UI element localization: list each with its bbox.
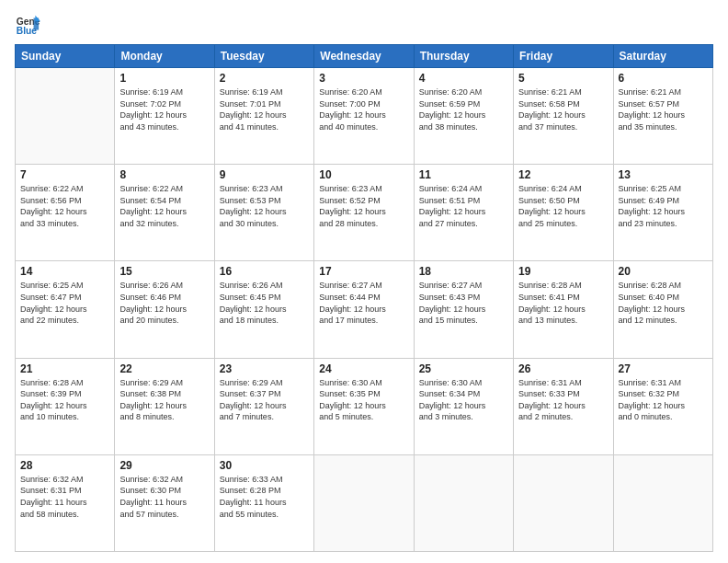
weekday-header: Thursday <box>414 45 513 68</box>
day-number: 2 <box>220 72 309 85</box>
day-number: 16 <box>220 265 309 278</box>
cell-sun-info: Sunrise: 6:29 AM Sunset: 6:37 PM Dayligh… <box>220 377 309 423</box>
calendar-cell: 4Sunrise: 6:20 AM Sunset: 6:59 PM Daylig… <box>414 68 513 165</box>
calendar-cell <box>314 454 414 551</box>
cell-sun-info: Sunrise: 6:19 AM Sunset: 7:02 PM Dayligh… <box>119 86 209 132</box>
calendar-week-row: 21Sunrise: 6:28 AM Sunset: 6:39 PM Dayli… <box>16 358 713 454</box>
day-number: 27 <box>619 362 708 375</box>
cell-sun-info: Sunrise: 6:23 AM Sunset: 6:53 PM Dayligh… <box>220 183 309 229</box>
calendar-cell: 2Sunrise: 6:19 AM Sunset: 7:01 PM Daylig… <box>214 68 313 165</box>
calendar-cell: 14Sunrise: 6:25 AM Sunset: 6:47 PM Dayli… <box>16 261 115 358</box>
day-number: 10 <box>319 168 408 181</box>
calendar-cell: 1Sunrise: 6:19 AM Sunset: 7:02 PM Daylig… <box>115 68 214 165</box>
cell-sun-info: Sunrise: 6:32 AM Sunset: 6:31 PM Dayligh… <box>20 474 109 520</box>
day-number: 8 <box>119 168 209 181</box>
calendar-cell: 22Sunrise: 6:29 AM Sunset: 6:38 PM Dayli… <box>115 358 214 454</box>
weekday-header: Friday <box>514 45 613 68</box>
cell-sun-info: Sunrise: 6:20 AM Sunset: 7:00 PM Dayligh… <box>319 86 408 132</box>
day-number: 24 <box>319 362 408 375</box>
cell-sun-info: Sunrise: 6:26 AM Sunset: 6:46 PM Dayligh… <box>119 280 209 326</box>
day-number: 11 <box>419 168 508 181</box>
calendar-cell: 9Sunrise: 6:23 AM Sunset: 6:53 PM Daylig… <box>214 165 313 261</box>
day-number: 13 <box>619 168 708 181</box>
cell-sun-info: Sunrise: 6:25 AM Sunset: 6:47 PM Dayligh… <box>20 280 109 326</box>
day-number: 15 <box>119 265 209 278</box>
calendar-cell: 7Sunrise: 6:22 AM Sunset: 6:56 PM Daylig… <box>16 165 115 261</box>
calendar-week-row: 28Sunrise: 6:32 AM Sunset: 6:31 PM Dayli… <box>16 454 713 551</box>
calendar-week-row: 7Sunrise: 6:22 AM Sunset: 6:56 PM Daylig… <box>16 165 713 261</box>
cell-sun-info: Sunrise: 6:26 AM Sunset: 6:45 PM Dayligh… <box>220 280 309 326</box>
day-number: 4 <box>419 72 508 85</box>
calendar-cell: 5Sunrise: 6:21 AM Sunset: 6:58 PM Daylig… <box>514 68 613 165</box>
day-number: 29 <box>119 459 209 472</box>
cell-sun-info: Sunrise: 6:29 AM Sunset: 6:38 PM Dayligh… <box>119 377 209 423</box>
cell-sun-info: Sunrise: 6:27 AM Sunset: 6:44 PM Dayligh… <box>319 280 408 326</box>
day-number: 28 <box>20 459 109 472</box>
cell-sun-info: Sunrise: 6:31 AM Sunset: 6:32 PM Dayligh… <box>619 377 708 423</box>
calendar-cell: 28Sunrise: 6:32 AM Sunset: 6:31 PM Dayli… <box>16 454 115 551</box>
calendar-cell: 21Sunrise: 6:28 AM Sunset: 6:39 PM Dayli… <box>16 358 115 454</box>
calendar-cell: 23Sunrise: 6:29 AM Sunset: 6:37 PM Dayli… <box>214 358 313 454</box>
calendar-cell <box>613 454 712 551</box>
weekday-header: Wednesday <box>314 45 414 68</box>
page-header: General Blue <box>15 11 713 37</box>
calendar-cell: 8Sunrise: 6:22 AM Sunset: 6:54 PM Daylig… <box>115 165 214 261</box>
cell-sun-info: Sunrise: 6:24 AM Sunset: 6:51 PM Dayligh… <box>419 183 508 229</box>
day-number: 1 <box>119 72 209 85</box>
day-number: 3 <box>319 72 408 85</box>
calendar-cell <box>514 454 613 551</box>
cell-sun-info: Sunrise: 6:33 AM Sunset: 6:28 PM Dayligh… <box>220 474 309 520</box>
day-number: 17 <box>319 265 408 278</box>
cell-sun-info: Sunrise: 6:28 AM Sunset: 6:41 PM Dayligh… <box>518 280 608 326</box>
cell-sun-info: Sunrise: 6:22 AM Sunset: 6:56 PM Dayligh… <box>20 183 109 229</box>
calendar-cell: 25Sunrise: 6:30 AM Sunset: 6:34 PM Dayli… <box>414 358 513 454</box>
cell-sun-info: Sunrise: 6:22 AM Sunset: 6:54 PM Dayligh… <box>119 183 209 229</box>
cell-sun-info: Sunrise: 6:30 AM Sunset: 6:34 PM Dayligh… <box>419 377 508 423</box>
calendar-cell: 20Sunrise: 6:28 AM Sunset: 6:40 PM Dayli… <box>613 261 712 358</box>
day-number: 18 <box>419 265 508 278</box>
day-number: 9 <box>220 168 309 181</box>
cell-sun-info: Sunrise: 6:20 AM Sunset: 6:59 PM Dayligh… <box>419 86 508 132</box>
calendar-cell: 15Sunrise: 6:26 AM Sunset: 6:46 PM Dayli… <box>115 261 214 358</box>
calendar-cell: 26Sunrise: 6:31 AM Sunset: 6:33 PM Dayli… <box>514 358 613 454</box>
day-number: 6 <box>619 72 708 85</box>
calendar-cell: 6Sunrise: 6:21 AM Sunset: 6:57 PM Daylig… <box>613 68 712 165</box>
calendar-cell <box>16 68 115 165</box>
cell-sun-info: Sunrise: 6:31 AM Sunset: 6:33 PM Dayligh… <box>518 377 608 423</box>
day-number: 14 <box>20 265 109 278</box>
calendar-cell: 3Sunrise: 6:20 AM Sunset: 7:00 PM Daylig… <box>314 68 414 165</box>
cell-sun-info: Sunrise: 6:21 AM Sunset: 6:57 PM Dayligh… <box>619 86 708 132</box>
logo: General Blue <box>15 11 40 37</box>
day-number: 12 <box>518 168 608 181</box>
calendar-cell: 13Sunrise: 6:25 AM Sunset: 6:49 PM Dayli… <box>613 165 712 261</box>
day-number: 19 <box>518 265 608 278</box>
cell-sun-info: Sunrise: 6:24 AM Sunset: 6:50 PM Dayligh… <box>518 183 608 229</box>
calendar-cell: 11Sunrise: 6:24 AM Sunset: 6:51 PM Dayli… <box>414 165 513 261</box>
calendar-cell: 17Sunrise: 6:27 AM Sunset: 6:44 PM Dayli… <box>314 261 414 358</box>
cell-sun-info: Sunrise: 6:27 AM Sunset: 6:43 PM Dayligh… <box>419 280 508 326</box>
calendar-table: SundayMondayTuesdayWednesdayThursdayFrid… <box>15 44 713 552</box>
cell-sun-info: Sunrise: 6:21 AM Sunset: 6:58 PM Dayligh… <box>518 86 608 132</box>
weekday-header: Monday <box>115 45 214 68</box>
cell-sun-info: Sunrise: 6:30 AM Sunset: 6:35 PM Dayligh… <box>319 377 408 423</box>
day-number: 23 <box>220 362 309 375</box>
calendar-cell: 10Sunrise: 6:23 AM Sunset: 6:52 PM Dayli… <box>314 165 414 261</box>
day-number: 25 <box>419 362 508 375</box>
calendar-cell: 27Sunrise: 6:31 AM Sunset: 6:32 PM Dayli… <box>613 358 712 454</box>
day-number: 7 <box>20 168 109 181</box>
day-number: 21 <box>20 362 109 375</box>
cell-sun-info: Sunrise: 6:28 AM Sunset: 6:40 PM Dayligh… <box>619 280 708 326</box>
cell-sun-info: Sunrise: 6:23 AM Sunset: 6:52 PM Dayligh… <box>319 183 408 229</box>
day-number: 22 <box>119 362 209 375</box>
day-number: 5 <box>518 72 608 85</box>
cell-sun-info: Sunrise: 6:28 AM Sunset: 6:39 PM Dayligh… <box>20 377 109 423</box>
calendar-week-row: 14Sunrise: 6:25 AM Sunset: 6:47 PM Dayli… <box>16 261 713 358</box>
day-number: 30 <box>220 459 309 472</box>
cell-sun-info: Sunrise: 6:32 AM Sunset: 6:30 PM Dayligh… <box>119 474 209 520</box>
calendar-cell: 12Sunrise: 6:24 AM Sunset: 6:50 PM Dayli… <box>514 165 613 261</box>
weekday-header: Tuesday <box>214 45 313 68</box>
calendar-cell: 24Sunrise: 6:30 AM Sunset: 6:35 PM Dayli… <box>314 358 414 454</box>
calendar-header-row: SundayMondayTuesdayWednesdayThursdayFrid… <box>16 45 713 68</box>
calendar-cell <box>414 454 513 551</box>
cell-sun-info: Sunrise: 6:19 AM Sunset: 7:01 PM Dayligh… <box>220 86 309 132</box>
